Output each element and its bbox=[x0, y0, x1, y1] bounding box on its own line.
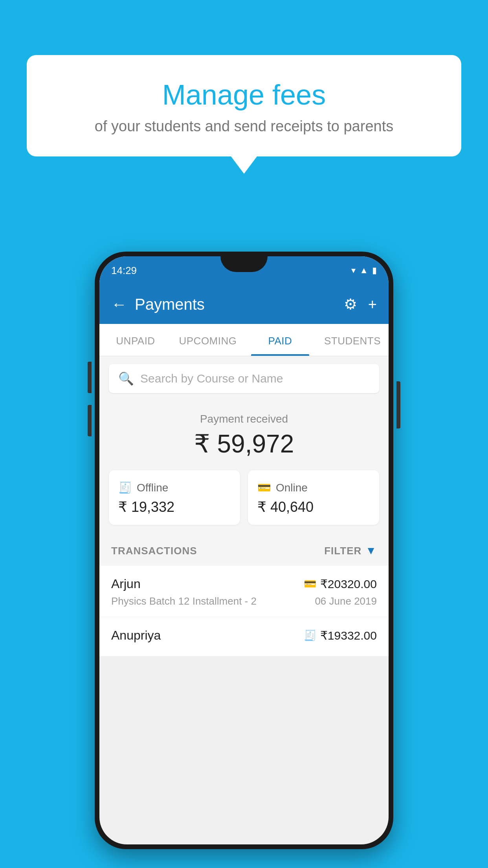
payment-total-amount: ₹ 59,972 bbox=[109, 429, 379, 458]
add-icon[interactable]: + bbox=[368, 296, 377, 313]
phone-screen: 14:29 ▾ ▲ ▮ ← Payments ⚙ + UNPAID UPCOMI… bbox=[99, 256, 389, 844]
phone-frame: 14:29 ▾ ▲ ▮ ← Payments ⚙ + UNPAID UPCOMI… bbox=[95, 252, 393, 849]
offline-label: Offline bbox=[137, 482, 168, 494]
tab-students[interactable]: STUDENTS bbox=[316, 324, 389, 356]
tab-upcoming[interactable]: UPCOMING bbox=[172, 324, 244, 356]
transaction-amount-value-anupriya: ₹19332.00 bbox=[320, 629, 377, 642]
search-container: 🔍 Search by Course or Name bbox=[99, 356, 389, 401]
offline-payment-card: 🧾 Offline ₹ 19,332 bbox=[109, 470, 240, 525]
transactions-header: TRANSACTIONS FILTER ▼ bbox=[99, 536, 389, 566]
payment-received-label: Payment received bbox=[109, 413, 379, 425]
back-button[interactable]: ← bbox=[111, 296, 127, 313]
notch bbox=[220, 256, 268, 272]
online-icon: 💳 bbox=[257, 481, 271, 494]
filter-label: FILTER bbox=[324, 545, 361, 557]
volume-down-button bbox=[88, 405, 92, 436]
search-input[interactable]: Search by Course or Name bbox=[140, 372, 283, 385]
online-amount: ₹ 40,640 bbox=[257, 499, 370, 515]
tabs: UNPAID UPCOMING PAID STUDENTS bbox=[99, 324, 389, 356]
speech-bubble-subtitle: of your students and send receipts to pa… bbox=[46, 118, 442, 135]
transaction-name-arjun: Arjun bbox=[111, 577, 141, 591]
payment-summary: Payment received ₹ 59,972 🧾 Offline ₹ 19… bbox=[99, 401, 389, 536]
app-bar-actions: ⚙ + bbox=[344, 296, 377, 313]
transaction-date-arjun: 06 June 2019 bbox=[315, 595, 377, 607]
online-card-header: 💳 Online bbox=[257, 481, 370, 494]
offline-amount: ₹ 19,332 bbox=[118, 499, 231, 515]
app-bar-title: Payments bbox=[135, 296, 336, 313]
status-icons: ▾ ▲ ▮ bbox=[351, 265, 377, 276]
transaction-course-arjun: Physics Batch 12 Installment - 2 bbox=[111, 595, 257, 607]
transactions-label: TRANSACTIONS bbox=[111, 545, 197, 557]
filter-button[interactable]: FILTER ▼ bbox=[324, 544, 377, 557]
transaction-desc-arjun: Physics Batch 12 Installment - 2 06 June… bbox=[111, 595, 377, 607]
signal-icon: ▲ bbox=[360, 265, 368, 276]
power-button bbox=[396, 381, 400, 428]
status-time: 14:29 bbox=[111, 265, 137, 277]
online-payment-card: 💳 Online ₹ 40,640 bbox=[248, 470, 379, 525]
table-row[interactable]: Anupriya 🧾 ₹19332.00 bbox=[99, 617, 389, 657]
battery-icon: ▮ bbox=[372, 265, 377, 276]
status-bar: 14:29 ▾ ▲ ▮ bbox=[99, 256, 389, 285]
transaction-amount-value-arjun: ₹20320.00 bbox=[320, 577, 377, 591]
transaction-top-arjun: Arjun 💳 ₹20320.00 bbox=[111, 577, 377, 591]
transaction-name-anupriya: Anupriya bbox=[111, 628, 161, 643]
transaction-amount-arjun: 💳 ₹20320.00 bbox=[304, 577, 377, 591]
offline-icon: 🧾 bbox=[118, 481, 132, 494]
search-icon: 🔍 bbox=[118, 371, 134, 386]
speech-bubble: Manage fees of your students and send re… bbox=[27, 55, 461, 156]
filter-icon: ▼ bbox=[365, 544, 377, 557]
transaction-amount-anupriya: 🧾 ₹19332.00 bbox=[304, 629, 377, 642]
speech-bubble-title: Manage fees bbox=[46, 79, 442, 111]
payment-type-icon-anupriya: 🧾 bbox=[304, 629, 316, 642]
online-label: Online bbox=[276, 482, 308, 494]
tab-unpaid[interactable]: UNPAID bbox=[99, 324, 172, 356]
app-bar: ← Payments ⚙ + bbox=[99, 285, 389, 324]
settings-icon[interactable]: ⚙ bbox=[344, 296, 357, 313]
tab-paid[interactable]: PAID bbox=[244, 324, 316, 356]
volume-up-button bbox=[88, 362, 92, 393]
transaction-top-anupriya: Anupriya 🧾 ₹19332.00 bbox=[111, 628, 377, 643]
wifi-icon: ▾ bbox=[351, 265, 356, 276]
payment-cards: 🧾 Offline ₹ 19,332 💳 Online ₹ 40,640 bbox=[109, 470, 379, 525]
offline-card-header: 🧾 Offline bbox=[118, 481, 231, 494]
search-bar[interactable]: 🔍 Search by Course or Name bbox=[109, 364, 379, 393]
payment-type-icon-arjun: 💳 bbox=[304, 578, 316, 590]
table-row[interactable]: Arjun 💳 ₹20320.00 Physics Batch 12 Insta… bbox=[99, 566, 389, 617]
